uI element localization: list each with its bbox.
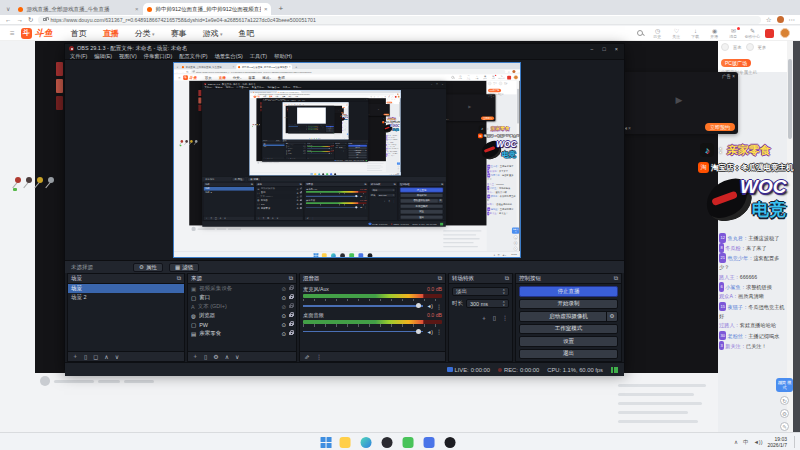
chat-username[interactable]: 观众A： <box>719 293 738 299</box>
spin-down-icon[interactable]: ∨ <box>502 304 505 307</box>
nav-item-鱼吧[interactable]: 鱼吧 <box>238 28 254 39</box>
wechat-icon[interactable] <box>403 437 414 448</box>
ad-box[interactable]: 广告 × ▶ ◄× 立即预约 <box>620 72 738 134</box>
nav-item-首页[interactable]: 首页 <box>71 28 87 39</box>
header-icon-消息[interactable]: ✉消息 <box>724 28 743 39</box>
tab-close-icon[interactable]: × <box>135 6 139 12</box>
lock-icon[interactable] <box>289 305 293 309</box>
menu-视图(V)[interactable]: 视图(V) <box>119 53 137 60</box>
move-down-icon[interactable]: ∨ <box>235 353 239 360</box>
new-tab-button[interactable]: + <box>278 4 283 13</box>
nav-item-直播[interactable]: 直播 <box>103 28 119 39</box>
browser-profile-avatar[interactable] <box>777 16 784 23</box>
file-explorer-icon[interactable] <box>340 437 351 448</box>
control-button-开始录制[interactable]: 开始录制 <box>519 299 618 310</box>
ad-play-icon[interactable]: ▶ <box>676 95 683 105</box>
back-icon[interactable]: ← <box>5 16 12 23</box>
forward-icon[interactable]: → <box>17 16 24 23</box>
eye-icon[interactable]: ⊙ <box>281 322 286 328</box>
favorite-star-icon[interactable]: ☆ <box>766 16 772 24</box>
header-icon-历史[interactable]: ◷历史 <box>648 28 667 39</box>
reload-icon[interactable]: ↻ <box>28 16 33 24</box>
header-icon-开播[interactable]: ◉开播 <box>705 28 724 39</box>
chat-username[interactable]: 新关注： <box>725 342 746 348</box>
address-bar[interactable]: https://www.douyu.com/631367_r=0.6489186… <box>38 16 760 24</box>
recharge-promo-icon[interactable] <box>765 29 774 38</box>
filters-button[interactable]: ▦滤镜 <box>169 263 199 272</box>
virtual-cam-gear-icon[interactable]: ⚙ <box>606 312 617 321</box>
source-item[interactable]: ▤亲家零食⊙ <box>188 329 296 338</box>
browser-menu-icon[interactable]: ⋯ <box>789 16 796 24</box>
settings-float-icon[interactable]: ⚙ <box>780 409 789 418</box>
move-up-icon[interactable]: ∧ <box>104 353 108 360</box>
speaker-icon[interactable]: ◄) <box>426 329 433 335</box>
move-up-icon[interactable]: ∧ <box>225 353 229 360</box>
dock-icon[interactable]: ⧉ <box>505 275 509 282</box>
chat-username[interactable]: 小鲨鱼： <box>725 284 746 290</box>
dock-icon[interactable]: ⧉ <box>438 275 442 282</box>
properties-button[interactable]: ⚙属性 <box>133 263 163 272</box>
chat-username[interactable]: 鱼丸君： <box>727 235 748 241</box>
filter-icon[interactable]: ◻ <box>93 353 98 360</box>
tab-close-icon[interactable]: × <box>264 6 268 12</box>
menu-场景集合(S)[interactable]: 场景集合(S) <box>214 53 242 60</box>
lock-icon[interactable] <box>289 332 293 336</box>
move-down-icon[interactable]: ∨ <box>115 353 119 360</box>
scrollbar-thumb[interactable] <box>788 59 792 139</box>
volume-icon[interactable]: ◄)) <box>753 439 762 445</box>
obs-app-icon[interactable] <box>445 437 456 448</box>
pc-plaza-pill[interactable]: PC版广场 <box>721 59 751 67</box>
eye-off-icon[interactable]: ⊘ <box>281 286 286 292</box>
nav-item-分类[interactable]: 分类 ▾ <box>135 28 155 39</box>
control-button-工作室模式[interactable]: 工作室模式 <box>519 324 618 335</box>
menu-burger-icon[interactable]: ≡ <box>10 29 15 38</box>
scene-item[interactable]: 场景 2 <box>68 293 184 302</box>
kebab-icon[interactable]: ⋮ <box>436 328 442 335</box>
chat-username[interactable]: 夜猫子： <box>727 303 748 309</box>
remove-icon[interactable]: ▯ <box>204 353 207 360</box>
close-icon[interactable]: × <box>615 46 618 52</box>
control-button-退出[interactable]: 退出 <box>519 349 618 360</box>
edge-browser-icon[interactable] <box>361 437 372 448</box>
lock-icon[interactable] <box>289 323 293 327</box>
remove-icon[interactable]: ▯ <box>84 353 87 360</box>
kebab-icon[interactable]: ⋮ <box>436 303 442 310</box>
dock-icon[interactable]: ⧉ <box>289 275 293 282</box>
transition-select[interactable]: 淡出 ∧∨ <box>452 287 509 296</box>
volume-slider[interactable] <box>303 305 423 307</box>
user-avatar[interactable] <box>780 28 790 38</box>
chat-username[interactable]: 电竞少年： <box>727 255 753 261</box>
menu-停靠窗口(D)[interactable]: 停靠窗口(D) <box>144 53 173 60</box>
advanced-audio-icon[interactable]: 🜸 <box>304 354 310 360</box>
add-icon[interactable]: ＋ <box>72 352 78 361</box>
menu-配置文件(P)[interactable]: 配置文件(P) <box>179 53 207 60</box>
minimize-icon[interactable]: − <box>590 46 593 52</box>
nav-item-赛事[interactable]: 赛事 <box>171 28 187 39</box>
duration-input[interactable]: 300 ms ∧∨ <box>466 299 509 308</box>
control-button-设置[interactable]: 设置 <box>519 336 618 347</box>
tab-search-icon[interactable]: ∨ <box>6 5 10 12</box>
chat-username[interactable]: 路人王： <box>719 274 740 280</box>
refresh-float-icon[interactable]: ↻ <box>780 396 789 405</box>
obs-window[interactable]: OBS 29.1.3 - 配置文件: 未命名 - 场景: 未命名 − □ × 文… <box>64 43 625 370</box>
start-button-icon[interactable] <box>321 437 332 448</box>
feedback-float-icon[interactable]: ✎ <box>780 422 789 431</box>
chat-username[interactable]: 冬瓜粉： <box>725 245 746 251</box>
menu-帮助(H)[interactable]: 帮助(H) <box>274 53 292 60</box>
properties-gear-icon[interactable]: ⚙ <box>213 353 218 360</box>
volume-slider[interactable] <box>303 331 423 333</box>
ad-cta-button[interactable]: 立即预约 <box>705 123 735 131</box>
control-button-停止直播[interactable]: 停止直播 <box>519 286 618 297</box>
dock-icon[interactable]: ⧉ <box>177 275 181 282</box>
obs-preview-canvas[interactable]: ∨ 游戏直播_全部游戏直播_斗鱼直播×帅中帅912位面直播_帅中帅912位面视频… <box>173 62 521 258</box>
kebab-icon[interactable]: ⋮ <box>316 353 322 360</box>
menu-工具(T)[interactable]: 工具(T) <box>250 53 267 60</box>
menu-编辑(E)[interactable]: 编辑(E) <box>94 53 112 60</box>
douyu-logo[interactable]: 斗 斗鱼 <box>21 27 53 40</box>
search-icon[interactable] <box>637 30 644 37</box>
browser-tab[interactable]: 帅中帅912位面直播_帅中帅912位面视频直播× <box>143 3 271 15</box>
dock-icon[interactable]: ⧉ <box>614 275 618 282</box>
show-desktop-strip[interactable] <box>794 436 796 448</box>
dark-app-icon[interactable] <box>382 437 393 448</box>
source-item[interactable]: A文本 (GDI+)⊘ <box>188 302 296 311</box>
